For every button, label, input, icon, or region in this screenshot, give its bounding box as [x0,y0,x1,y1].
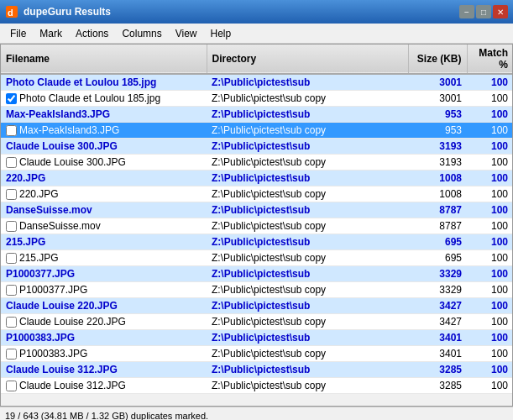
cell-filename: Claude Louise 300.JPG [1,155,207,171]
table-row[interactable]: 220.JPGZ:\Public\pictest\sub copy1008100 [1,186,513,202]
cell-directory: Z:\Public\pictest\sub copy [207,250,408,266]
menu-item-help[interactable]: Help [204,26,238,41]
table-row[interactable]: Max-PeakIsland3.JPGZ:\Public\pictest\sub… [1,107,513,123]
table-row[interactable]: P1000383.JPGZ:\Public\pictest\sub3401100 [1,330,513,346]
table-row[interactable]: Max-PeakIsland3.JPGZ:\Public\pictest\sub… [1,123,513,139]
cell-filename: P1000383.JPG [1,346,207,362]
close-button[interactable]: ✕ [493,5,508,18]
table-row[interactable]: DanseSuisse.movZ:\Public\pictest\sub cop… [1,218,513,234]
cell-directory: Z:\Public\pictest\sub [207,202,408,218]
row-checkbox[interactable] [6,157,17,168]
cell-match: 100 [467,346,513,362]
cell-size: 3001 [408,91,467,107]
cell-match: 100 [467,266,513,282]
table-row[interactable]: P1000377.JPGZ:\Public\pictest\sub copy33… [1,282,513,298]
cell-match: 100 [467,123,513,139]
table-row[interactable]: Claude Louise 312.JPGZ:\Public\pictest\s… [1,362,513,378]
cell-match: 100 [467,314,513,330]
cell-match: 100 [467,171,513,186]
cell-size: 3285 [408,362,467,378]
cell-directory: Z:\Public\pictest\sub [207,330,408,346]
row-checkbox[interactable] [6,93,17,104]
results-table-container[interactable]: Filename Directory Size (KB) Match % Pho… [0,44,513,407]
menu-item-view[interactable]: View [169,26,204,41]
cell-size: 695 [408,250,467,266]
svg-text:d: d [8,8,13,18]
cell-match: 100 [467,362,513,378]
cell-directory: Z:\Public\pictest\sub [207,266,408,282]
cell-filename: Claude Louise 220.JPG [1,298,207,314]
table-row[interactable]: P1000377.JPGZ:\Public\pictest\sub3329100 [1,266,513,282]
row-checkbox[interactable] [6,253,17,264]
cell-size: 1008 [408,171,467,186]
row-checkbox[interactable] [6,189,17,200]
cell-size: 8787 [408,218,467,234]
cell-match: 100 [467,378,513,394]
menu-item-actions[interactable]: Actions [69,26,115,41]
row-checkbox[interactable] [6,285,17,296]
cell-directory: Z:\Public\pictest\sub [207,298,408,314]
table-row[interactable]: Claude Louise 300.JPGZ:\Public\pictest\s… [1,155,513,171]
row-checkbox[interactable] [6,381,17,391]
cell-size: 3427 [408,298,467,314]
table-row[interactable]: Claude Louise 220.JPGZ:\Public\pictest\s… [1,314,513,330]
filename-text: DanseSuisse.mov [19,220,101,232]
maximize-button[interactable]: □ [476,5,491,18]
row-checkbox[interactable] [6,317,17,328]
menu-item-mark[interactable]: Mark [33,26,69,41]
table-row[interactable]: Photo Claude et Loulou 185.jpgZ:\Public\… [1,74,513,91]
minimize-button[interactable]: − [459,5,474,18]
table-row[interactable]: Photo Claude et Loulou 185.jpgZ:\Public\… [1,91,513,107]
cell-match: 100 [467,186,513,202]
cell-filename: Claude Louise 300.JPG [1,139,207,155]
cell-filename: DanseSuisse.mov [1,218,207,234]
cell-directory: Z:\Public\pictest\sub copy [207,282,408,298]
menu-item-columns[interactable]: Columns [115,26,168,41]
results-table: Filename Directory Size (KB) Match % Pho… [1,45,513,394]
cell-size: 3427 [408,314,467,330]
row-checkbox[interactable] [6,125,17,136]
filename-text: 215.JPG [19,252,59,264]
cell-filename: Max-PeakIsland3.JPG [1,107,207,123]
cell-size: 1008 [408,186,467,202]
cell-filename: DanseSuisse.mov [1,202,207,218]
table-row[interactable]: 215.JPGZ:\Public\pictest\sub copy695100 [1,250,513,266]
column-match[interactable]: Match % [467,45,513,74]
filename-text: Max-PeakIsland3.JPG [19,124,119,136]
menu-item-file[interactable]: File [3,26,33,41]
cell-size: 3401 [408,346,467,362]
title-bar: d dupeGuru Results − □ ✕ [0,0,513,24]
row-checkbox[interactable] [6,349,17,360]
cell-match: 100 [467,155,513,171]
table-row[interactable]: Claude Louise 312.JPGZ:\Public\pictest\s… [1,378,513,394]
filename-text: Claude Louise 300.JPG [19,156,126,168]
cell-match: 100 [467,218,513,234]
cell-size: 3401 [408,330,467,346]
table-row[interactable]: Claude Louise 220.JPGZ:\Public\pictest\s… [1,298,513,314]
cell-size: 3193 [408,155,467,171]
table-row[interactable]: 220.JPGZ:\Public\pictest\sub1008100 [1,171,513,186]
filename-text: P1000377.JPG [19,284,87,296]
table-row[interactable]: Claude Louise 300.JPGZ:\Public\pictest\s… [1,139,513,155]
menu-bar: FileMarkActionsColumnsViewHelp [0,24,513,44]
cell-directory: Z:\Public\pictest\sub [207,362,408,378]
table-row[interactable]: DanseSuisse.movZ:\Public\pictest\sub8787… [1,202,513,218]
filename-text: P1000383.JPG [19,348,87,360]
cell-size: 3001 [408,74,467,91]
cell-directory: Z:\Public\pictest\sub copy [207,314,408,330]
table-row[interactable]: 215.JPGZ:\Public\pictest\sub695100 [1,234,513,250]
cell-filename: Photo Claude et Loulou 185.jpg [1,74,207,91]
cell-match: 100 [467,330,513,346]
row-checkbox[interactable] [6,221,17,232]
cell-directory: Z:\Public\pictest\sub [207,139,408,155]
table-row[interactable]: P1000383.JPGZ:\Public\pictest\sub copy34… [1,346,513,362]
cell-directory: Z:\Public\pictest\sub [207,234,408,250]
cell-directory: Z:\Public\pictest\sub [207,107,408,123]
filename-text: Claude Louise 220.JPG [19,316,126,328]
cell-directory: Z:\Public\pictest\sub copy [207,186,408,202]
column-directory[interactable]: Directory [207,45,408,74]
column-size[interactable]: Size (KB) [408,45,467,74]
column-filename[interactable]: Filename [1,45,207,74]
cell-size: 3329 [408,266,467,282]
cell-filename: P1000377.JPG [1,282,207,298]
